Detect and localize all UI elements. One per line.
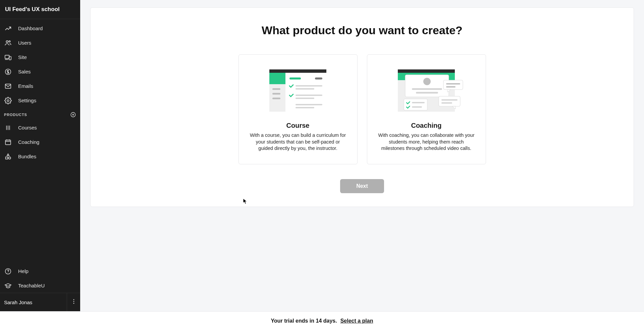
sidebar-item-label: Coaching bbox=[18, 139, 39, 145]
sidebar-item-label: Settings bbox=[18, 98, 36, 103]
svg-rect-28 bbox=[269, 69, 326, 73]
svg-rect-49 bbox=[404, 99, 427, 110]
product-options: Course With a course, you can build a cu… bbox=[238, 54, 486, 164]
svg-point-21 bbox=[8, 157, 10, 159]
sidebar-item-site[interactable]: Site bbox=[0, 50, 80, 64]
svg-rect-53 bbox=[446, 83, 460, 85]
help-nav: Help TeachableU bbox=[0, 262, 80, 293]
products-section-header: PRODUCTS bbox=[0, 108, 80, 120]
sidebar-item-users[interactable]: Users bbox=[0, 36, 80, 50]
svg-rect-58 bbox=[441, 102, 452, 104]
svg-rect-54 bbox=[446, 86, 455, 88]
svg-rect-43 bbox=[398, 69, 455, 73]
svg-rect-39 bbox=[296, 98, 314, 99]
sidebar-item-label: Bundles bbox=[18, 154, 36, 159]
svg-point-26 bbox=[73, 303, 74, 304]
columns-icon bbox=[4, 124, 12, 132]
products-header-label: PRODUCTS bbox=[4, 113, 27, 117]
sidebar-item-coaching[interactable]: Coaching bbox=[0, 135, 80, 149]
svg-rect-36 bbox=[296, 85, 322, 87]
sidebar-item-label: Courses bbox=[18, 125, 37, 130]
sidebar-item-emails[interactable]: Emails bbox=[0, 79, 80, 93]
svg-rect-41 bbox=[296, 107, 314, 108]
sidebar-item-label: Sales bbox=[18, 69, 31, 74]
svg-point-0 bbox=[6, 41, 8, 43]
trial-message: Your trial ends in 14 days. bbox=[271, 318, 337, 324]
sidebar-item-teachableu[interactable]: TeachableU bbox=[0, 278, 80, 293]
svg-rect-32 bbox=[272, 98, 280, 99]
add-product-icon[interactable] bbox=[70, 112, 76, 118]
create-product-panel: What product do you want to create? bbox=[90, 7, 634, 207]
sidebar-item-label: TeachableU bbox=[18, 283, 45, 288]
sidebar: UI Feed's UX school Dashboard Users Site bbox=[0, 0, 80, 311]
svg-rect-31 bbox=[272, 93, 280, 95]
sidebar-item-settings[interactable]: Settings bbox=[0, 93, 80, 108]
option-desc: With coaching, you can collaborate with … bbox=[378, 132, 475, 152]
svg-rect-57 bbox=[441, 99, 458, 101]
products-nav: Courses Coaching Bundles bbox=[0, 120, 80, 164]
course-illustration-icon bbox=[269, 69, 326, 113]
svg-rect-40 bbox=[296, 104, 322, 105]
chart-line-icon bbox=[4, 24, 12, 33]
svg-point-24 bbox=[73, 299, 74, 300]
users-icon bbox=[4, 39, 12, 47]
sidebar-item-help[interactable]: Help bbox=[0, 264, 80, 278]
option-card-coaching[interactable]: Coaching With coaching, you can collabor… bbox=[367, 54, 486, 164]
calendar-icon bbox=[4, 138, 12, 146]
next-button[interactable]: Next bbox=[340, 179, 384, 193]
school-title[interactable]: UI Feed's UX school bbox=[0, 0, 80, 19]
svg-point-23 bbox=[8, 272, 8, 273]
svg-rect-35 bbox=[315, 77, 322, 79]
school-title-text: UI Feed's UX school bbox=[5, 6, 60, 13]
svg-rect-34 bbox=[289, 77, 301, 79]
svg-rect-51 bbox=[412, 106, 422, 108]
shapes-icon bbox=[4, 153, 12, 161]
user-row: Sarah Jonas bbox=[0, 293, 80, 311]
svg-point-25 bbox=[73, 301, 74, 302]
svg-rect-37 bbox=[296, 88, 314, 90]
trial-banner: Your trial ends in 14 days. Select a pla… bbox=[0, 311, 644, 330]
svg-rect-20 bbox=[6, 157, 8, 159]
svg-rect-15 bbox=[5, 140, 11, 145]
svg-point-1 bbox=[9, 41, 10, 42]
svg-rect-52 bbox=[443, 80, 463, 90]
option-title: Coaching bbox=[411, 122, 441, 129]
svg-marker-19 bbox=[7, 154, 9, 156]
sidebar-item-label: Site bbox=[18, 54, 27, 60]
svg-rect-2 bbox=[5, 55, 9, 58]
user-menu-button[interactable] bbox=[67, 293, 80, 311]
select-plan-link[interactable]: Select a plan bbox=[340, 318, 373, 324]
sidebar-item-label: Dashboard bbox=[18, 25, 43, 31]
sidebar-item-courses[interactable]: Courses bbox=[0, 120, 80, 135]
svg-point-8 bbox=[7, 100, 9, 102]
devices-icon bbox=[4, 53, 12, 61]
gear-icon bbox=[4, 97, 12, 105]
main-content: What product do you want to create? bbox=[80, 0, 644, 311]
graduation-cap-icon bbox=[4, 282, 12, 290]
option-card-course[interactable]: Course With a course, you can build a cu… bbox=[238, 54, 358, 164]
svg-rect-38 bbox=[296, 95, 322, 96]
svg-point-46 bbox=[423, 78, 431, 85]
svg-rect-56 bbox=[439, 96, 460, 106]
dollar-circle-icon bbox=[4, 68, 12, 76]
user-name-text: Sarah Jonas bbox=[4, 299, 32, 305]
primary-nav: Dashboard Users Site Sales bbox=[0, 19, 80, 108]
option-title: Course bbox=[286, 122, 310, 129]
sidebar-item-dashboard[interactable]: Dashboard bbox=[0, 21, 80, 36]
svg-rect-50 bbox=[412, 102, 425, 103]
sidebar-item-sales[interactable]: Sales bbox=[0, 64, 80, 79]
svg-rect-29 bbox=[269, 73, 285, 84]
sidebar-item-label: Users bbox=[18, 40, 31, 46]
sidebar-item-label: Emails bbox=[18, 83, 33, 89]
more-vertical-icon bbox=[70, 298, 77, 306]
option-desc: With a course, you can build a curriculu… bbox=[250, 132, 346, 152]
sidebar-item-label: Help bbox=[18, 268, 29, 274]
sidebar-item-bundles[interactable]: Bundles bbox=[0, 149, 80, 164]
mail-icon bbox=[4, 82, 12, 90]
panel-heading: What product do you want to create? bbox=[262, 24, 463, 37]
svg-rect-47 bbox=[412, 88, 442, 90]
svg-rect-48 bbox=[416, 92, 438, 94]
svg-rect-30 bbox=[272, 88, 280, 90]
help-circle-icon bbox=[4, 267, 12, 275]
user-name[interactable]: Sarah Jonas bbox=[0, 293, 67, 311]
